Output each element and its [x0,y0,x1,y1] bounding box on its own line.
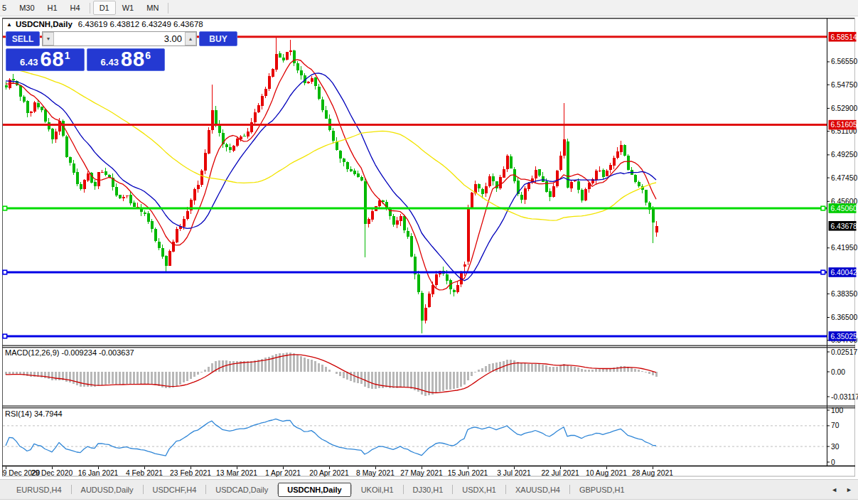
rsi-line [6,419,656,456]
sell-button[interactable]: SELL [6,31,40,46]
price-axis: 6.565506.547506.529006.511006.492506.474… [827,58,858,466]
rsi-indicator-label: RSI(14) 34.7944 [5,409,63,418]
tab-usdcnh-daily[interactable]: USDCNH,Daily [278,483,350,497]
svg-text:100: 100 [831,407,843,414]
toolbar-separator [168,3,168,14]
svg-text:6.40042: 6.40042 [831,269,857,277]
hline-6.40042-handle[interactable] [3,270,7,274]
svg-text:6.58514: 6.58514 [831,33,857,41]
svg-text:6.49250: 6.49250 [831,151,857,159]
svg-text:8 May 2021: 8 May 2021 [356,469,395,477]
svg-text:10 Aug 2021: 10 Aug 2021 [586,469,627,477]
tab-eurusd-h4[interactable]: EURUSD,H4 [7,483,71,497]
svg-text:70: 70 [831,422,840,429]
svg-text:6.43678: 6.43678 [831,222,857,230]
volume-decrease-button[interactable]: ▼ [43,32,54,45]
svg-text:22 Jul 2021: 22 Jul 2021 [541,469,579,477]
hline-6.45060-handle[interactable] [821,206,825,210]
timeframe-button-5[interactable]: 5 [0,1,13,15]
tab-audusd-daily[interactable]: AUDUSD,Daily [72,483,143,497]
svg-text:4 Feb 2021: 4 Feb 2021 [126,469,163,477]
macd-signal-line [6,355,656,393]
volume-input[interactable] [54,32,185,45]
svg-text:16 Jan 2021: 16 Jan 2021 [78,469,119,477]
timeframe-button-H4[interactable]: H4 [64,1,87,15]
hline-6.40042-handle[interactable] [821,270,825,274]
volume-increase-button[interactable]: ▲ [185,32,196,45]
svg-text:0.02517: 0.02517 [831,348,857,356]
timeframe-button-MN[interactable]: MN [140,1,165,15]
svg-text:13 Mar 2021: 13 Mar 2021 [216,469,257,477]
sell-price-prefix: 6.43 [20,57,38,68]
macd-histogram [6,353,657,396]
buy-price-sup: 6 [145,50,151,61]
tab-xauusd-h4[interactable]: XAUUSD,H4 [506,483,569,497]
svg-text:20 Apr 2021: 20 Apr 2021 [309,469,349,477]
chart-title: ▲ USDCNH,Daily 6.43619 6.43812 6.43249 6… [6,20,203,28]
sell-price-sup: 1 [65,50,70,61]
tab-usdchf-h4[interactable]: USDCHF,H4 [144,483,206,497]
svg-text:27 May 2021: 27 May 2021 [400,469,443,477]
svg-text:6.36500: 6.36500 [831,313,857,321]
hline-6.35025-handle[interactable] [3,334,7,338]
svg-text:1 Apr 2021: 1 Apr 2021 [265,469,301,477]
tab-gbpusd-h1[interactable]: GBPUSD,H1 [570,483,634,497]
svg-text:-0.031175: -0.031175 [831,393,858,401]
svg-text:28 Aug 2021: 28 Aug 2021 [632,469,673,477]
svg-text:6.45060: 6.45060 [831,205,857,213]
tab-usdx-h1[interactable]: USDX,H1 [453,483,505,497]
svg-text:6.51605: 6.51605 [831,121,857,129]
svg-text:3 Jul 2021: 3 Jul 2021 [497,469,531,477]
toolbar-separator [90,3,90,14]
timeframe-toolbar: 5M30H1H4D1W1MN [0,0,858,16]
scroll-tabs-right-icon[interactable]: ► [846,486,852,493]
sell-price-box[interactable]: 6.43 68 1 [6,48,85,71]
buy-price-box[interactable]: 6.43 88 6 [87,48,166,71]
svg-text:6.54750: 6.54750 [831,81,857,89]
tab-dj30-h1[interactable]: DJ30,H1 [404,483,453,497]
sell-price-big: 68 [40,49,64,70]
one-click-trading-panel: SELL ▼ ▲ BUY 6.43 68 1 6.43 88 6 [6,31,165,71]
svg-text:6.56550: 6.56550 [831,58,857,65]
timeframe-button-M30[interactable]: M30 [13,1,41,15]
scroll-tabs-left-icon[interactable]: ◄ [831,486,837,493]
collapse-triangle-icon[interactable]: ▲ [6,21,12,28]
buy-price-big: 88 [121,49,145,70]
tab-scroll-arrows: ◄ ► [831,486,858,493]
macd-panel [6,353,657,396]
buy-price-prefix: 6.43 [101,57,119,68]
ma-fast-red [6,60,656,290]
tab-usdcad-daily[interactable]: USDCAD,Daily [206,483,277,497]
svg-text:6.47450: 6.47450 [831,174,857,182]
chart-canvas[interactable]: 6.565506.547506.529006.511006.492506.474… [0,18,858,478]
time-axis: 9 Dec 202029 Dec 202016 Jan 20214 Feb 20… [2,466,855,477]
chart-symbol-label: USDCNH,Daily [16,20,73,28]
rsi-panel [3,419,827,456]
moving-averages-layer [6,60,656,290]
hline-6.45060-handle[interactable] [3,206,7,210]
chart-tabs-bar: EURUSD,H4AUDUSD,DailyUSDCHF,H4USDCAD,Dai… [0,479,858,500]
svg-text:6.35025: 6.35025 [831,333,857,341]
svg-text:6.52900: 6.52900 [831,104,857,112]
svg-text:6.41950: 6.41950 [831,244,857,252]
timeframe-button-H1[interactable]: H1 [41,1,64,15]
svg-text:30: 30 [831,443,840,451]
timeframe-button-W1[interactable]: W1 [116,1,141,15]
svg-text:23 Feb 2021: 23 Feb 2021 [170,469,211,477]
chart-ohlc-values: 6.43619 6.43812 6.43249 6.43678 [78,20,203,28]
svg-text:0: 0 [831,459,835,466]
volume-spinner: ▼ ▲ [42,31,197,46]
ma-mid-blue [6,73,656,281]
tab-ukoil-h1[interactable]: UKOil,H1 [352,483,403,497]
svg-text:6.38350: 6.38350 [831,290,857,298]
chart-chrome [2,18,855,476]
timeframe-button-D1[interactable]: D1 [93,1,116,15]
chart-tabs: EURUSD,H4AUDUSD,DailyUSDCHF,H4USDCAD,Dai… [7,483,634,497]
svg-text:15 Jun 2021: 15 Jun 2021 [448,469,488,477]
macd-indicator-label: MACD(12,26,9) -0.009234 -0.003637 [5,348,134,357]
svg-text:0.00: 0.00 [831,368,845,376]
svg-text:29 Dec 2020: 29 Dec 2020 [31,469,73,477]
buy-button[interactable]: BUY [199,31,237,46]
ma-slow-yellow [6,68,656,221]
